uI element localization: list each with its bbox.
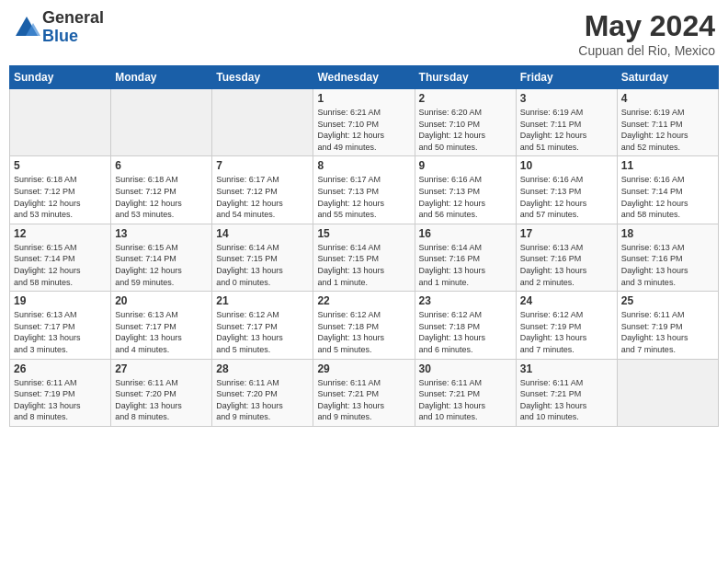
day-number: 6 — [115, 159, 208, 172]
location: Cupuan del Rio, Mexico — [578, 43, 715, 58]
day-info: Sunrise: 6:18 AM Sunset: 7:12 PM Dayligh… — [115, 174, 208, 220]
day-number: 16 — [419, 227, 512, 240]
day-info: Sunrise: 6:14 AM Sunset: 7:15 PM Dayligh… — [216, 242, 309, 288]
table-row — [111, 89, 212, 156]
col-thursday: Thursday — [415, 66, 516, 89]
table-row: 10Sunrise: 6:16 AM Sunset: 7:13 PM Dayli… — [516, 156, 617, 224]
day-number: 12 — [14, 227, 107, 240]
day-number: 8 — [317, 159, 410, 172]
day-info: Sunrise: 6:16 AM Sunset: 7:13 PM Dayligh… — [419, 174, 512, 220]
day-info: Sunrise: 6:13 AM Sunset: 7:17 PM Dayligh… — [14, 309, 107, 355]
table-row: 13Sunrise: 6:15 AM Sunset: 7:14 PM Dayli… — [111, 224, 212, 291]
day-info: Sunrise: 6:13 AM Sunset: 7:16 PM Dayligh… — [520, 242, 613, 288]
day-info: Sunrise: 6:11 AM Sunset: 7:20 PM Dayligh… — [115, 377, 208, 423]
table-row: 26Sunrise: 6:11 AM Sunset: 7:19 PM Dayli… — [10, 359, 111, 426]
table-row: 9Sunrise: 6:16 AM Sunset: 7:13 PM Daylig… — [415, 156, 516, 224]
calendar-header-row: Sunday Monday Tuesday Wednesday Thursday… — [10, 66, 719, 89]
day-info: Sunrise: 6:11 AM Sunset: 7:21 PM Dayligh… — [317, 377, 410, 423]
title-block: May 2024 Cupuan del Rio, Mexico — [578, 9, 715, 58]
table-row: 8Sunrise: 6:17 AM Sunset: 7:13 PM Daylig… — [313, 156, 415, 224]
table-row: 19Sunrise: 6:13 AM Sunset: 7:17 PM Dayli… — [10, 292, 111, 359]
day-number: 20 — [115, 294, 208, 307]
table-row: 3Sunrise: 6:19 AM Sunset: 7:11 PM Daylig… — [516, 89, 617, 156]
day-info: Sunrise: 6:11 AM Sunset: 7:21 PM Dayligh… — [520, 377, 613, 423]
day-info: Sunrise: 6:13 AM Sunset: 7:17 PM Dayligh… — [115, 309, 208, 355]
table-row: 2Sunrise: 6:20 AM Sunset: 7:10 PM Daylig… — [415, 89, 516, 156]
day-number: 27 — [115, 362, 208, 375]
day-info: Sunrise: 6:15 AM Sunset: 7:14 PM Dayligh… — [115, 242, 208, 288]
table-row: 15Sunrise: 6:14 AM Sunset: 7:15 PM Dayli… — [313, 224, 415, 291]
day-number: 17 — [520, 227, 613, 240]
calendar-week-3: 12Sunrise: 6:15 AM Sunset: 7:14 PM Dayli… — [10, 224, 719, 291]
day-number: 21 — [216, 294, 309, 307]
table-row: 27Sunrise: 6:11 AM Sunset: 7:20 PM Dayli… — [111, 359, 212, 426]
day-number: 23 — [419, 294, 512, 307]
col-saturday: Saturday — [617, 66, 718, 89]
day-number: 9 — [419, 159, 512, 172]
day-info: Sunrise: 6:12 AM Sunset: 7:18 PM Dayligh… — [419, 309, 512, 355]
day-number: 5 — [14, 159, 107, 172]
day-number: 31 — [520, 362, 613, 375]
month-title: May 2024 — [578, 9, 715, 43]
table-row: 25Sunrise: 6:11 AM Sunset: 7:19 PM Dayli… — [617, 292, 718, 359]
table-row — [617, 359, 718, 426]
day-info: Sunrise: 6:11 AM Sunset: 7:19 PM Dayligh… — [14, 377, 107, 423]
day-info: Sunrise: 6:20 AM Sunset: 7:10 PM Dayligh… — [419, 107, 512, 153]
day-number: 26 — [14, 362, 107, 375]
day-info: Sunrise: 6:11 AM Sunset: 7:21 PM Dayligh… — [419, 377, 512, 423]
day-number: 11 — [621, 159, 714, 172]
table-row: 11Sunrise: 6:16 AM Sunset: 7:14 PM Dayli… — [617, 156, 718, 224]
day-info: Sunrise: 6:17 AM Sunset: 7:12 PM Dayligh… — [216, 174, 309, 220]
day-number: 1 — [317, 92, 410, 105]
calendar-week-4: 19Sunrise: 6:13 AM Sunset: 7:17 PM Dayli… — [10, 292, 719, 359]
col-wednesday: Wednesday — [313, 66, 415, 89]
day-info: Sunrise: 6:16 AM Sunset: 7:13 PM Dayligh… — [520, 174, 613, 220]
col-sunday: Sunday — [10, 66, 111, 89]
day-info: Sunrise: 6:14 AM Sunset: 7:15 PM Dayligh… — [317, 242, 410, 288]
table-row: 18Sunrise: 6:13 AM Sunset: 7:16 PM Dayli… — [617, 224, 718, 291]
calendar-week-1: 1Sunrise: 6:21 AM Sunset: 7:10 PM Daylig… — [10, 89, 719, 156]
table-row: 14Sunrise: 6:14 AM Sunset: 7:15 PM Dayli… — [212, 224, 313, 291]
table-row — [10, 89, 111, 156]
day-number: 13 — [115, 227, 208, 240]
day-info: Sunrise: 6:12 AM Sunset: 7:18 PM Dayligh… — [317, 309, 410, 355]
page-header: General Blue May 2024 Cupuan del Rio, Me… — [9, 9, 719, 58]
table-row: 22Sunrise: 6:12 AM Sunset: 7:18 PM Dayli… — [313, 292, 415, 359]
day-number: 29 — [317, 362, 410, 375]
table-row: 5Sunrise: 6:18 AM Sunset: 7:12 PM Daylig… — [10, 156, 111, 224]
day-info: Sunrise: 6:12 AM Sunset: 7:19 PM Dayligh… — [520, 309, 613, 355]
day-number: 22 — [317, 294, 410, 307]
logo-icon — [13, 14, 40, 41]
day-number: 18 — [621, 227, 714, 240]
logo: General Blue — [13, 9, 104, 46]
day-number: 7 — [216, 159, 309, 172]
day-number: 30 — [419, 362, 512, 375]
table-row: 29Sunrise: 6:11 AM Sunset: 7:21 PM Dayli… — [313, 359, 415, 426]
day-number: 15 — [317, 227, 410, 240]
day-info: Sunrise: 6:11 AM Sunset: 7:19 PM Dayligh… — [621, 309, 714, 355]
day-number: 19 — [14, 294, 107, 307]
day-info: Sunrise: 6:11 AM Sunset: 7:20 PM Dayligh… — [216, 377, 309, 423]
day-number: 3 — [520, 92, 613, 105]
col-monday: Monday — [111, 66, 212, 89]
col-friday: Friday — [516, 66, 617, 89]
table-row: 23Sunrise: 6:12 AM Sunset: 7:18 PM Dayli… — [415, 292, 516, 359]
table-row: 12Sunrise: 6:15 AM Sunset: 7:14 PM Dayli… — [10, 224, 111, 291]
table-row: 4Sunrise: 6:19 AM Sunset: 7:11 PM Daylig… — [617, 89, 718, 156]
calendar-week-5: 26Sunrise: 6:11 AM Sunset: 7:19 PM Dayli… — [10, 359, 719, 426]
table-row — [212, 89, 313, 156]
calendar-week-2: 5Sunrise: 6:18 AM Sunset: 7:12 PM Daylig… — [10, 156, 719, 224]
table-row: 30Sunrise: 6:11 AM Sunset: 7:21 PM Dayli… — [415, 359, 516, 426]
col-tuesday: Tuesday — [212, 66, 313, 89]
day-info: Sunrise: 6:18 AM Sunset: 7:12 PM Dayligh… — [14, 174, 107, 220]
calendar-table: Sunday Monday Tuesday Wednesday Thursday… — [9, 65, 719, 427]
day-info: Sunrise: 6:12 AM Sunset: 7:17 PM Dayligh… — [216, 309, 309, 355]
day-info: Sunrise: 6:17 AM Sunset: 7:13 PM Dayligh… — [317, 174, 410, 220]
logo-text: General Blue — [42, 9, 104, 46]
day-info: Sunrise: 6:14 AM Sunset: 7:16 PM Dayligh… — [419, 242, 512, 288]
day-info: Sunrise: 6:15 AM Sunset: 7:14 PM Dayligh… — [14, 242, 107, 288]
table-row: 28Sunrise: 6:11 AM Sunset: 7:20 PM Dayli… — [212, 359, 313, 426]
day-number: 28 — [216, 362, 309, 375]
logo-blue-text: Blue — [42, 28, 104, 46]
table-row: 7Sunrise: 6:17 AM Sunset: 7:12 PM Daylig… — [212, 156, 313, 224]
